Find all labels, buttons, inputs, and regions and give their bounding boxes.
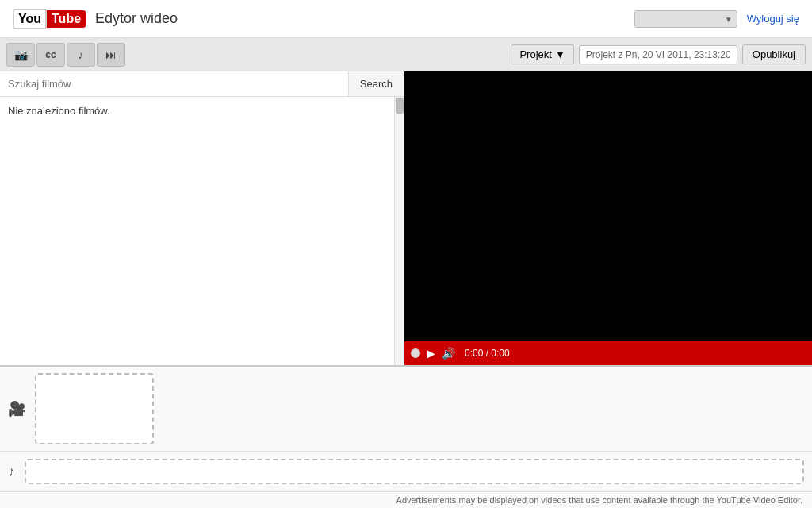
ad-notice: Advertisements may be displayed on video… [0, 491, 812, 508]
projekt-button[interactable]: Projekt ▼ [511, 44, 573, 64]
youtube-logo: YouTube [13, 9, 86, 29]
skip-icon: ⏭ [105, 48, 117, 61]
audio-track-icon: ♪ [8, 464, 15, 480]
main: Search Nie znaleziono filmów. ▶ 🔊 0:00 /… [0, 71, 812, 365]
search-button[interactable]: Search [348, 71, 404, 96]
video-camera-button[interactable]: 📷 [6, 43, 35, 67]
time-display: 0:00 / 0:00 [465, 348, 510, 359]
project-name-input[interactable] [579, 45, 737, 64]
timeline-tracks: 🎥 ♪ [0, 367, 812, 491]
music-icon: ♪ [79, 48, 84, 61]
cc-button[interactable]: cc [36, 43, 65, 67]
video-camera-icon: 📷 [14, 48, 28, 61]
logo-tube: Tube [47, 10, 86, 28]
left-panel: Search Nie znaleziono filmów. [0, 71, 404, 365]
toolbar: 📷 cc ♪ ⏭ Projekt ▼ Opublikuj [0, 38, 812, 71]
progress-thumb[interactable] [411, 348, 420, 358]
video-area [404, 71, 812, 341]
header-right: Wyloguj się [634, 10, 799, 28]
toolbar-right: Projekt ▼ Opublikuj [511, 44, 806, 64]
logo-you: You [13, 9, 47, 29]
publish-button[interactable]: Opublikuj [742, 44, 806, 64]
skip-button[interactable]: ⏭ [97, 43, 125, 67]
play-button[interactable]: ▶ [427, 347, 435, 360]
video-track: 🎥 [0, 367, 812, 452]
audio-track: ♪ [0, 452, 812, 491]
header-left: YouTube Edytor wideo [13, 9, 178, 29]
search-bar: Search [0, 71, 404, 97]
search-input[interactable] [0, 71, 348, 96]
chevron-down-icon: ▼ [555, 48, 565, 60]
video-player-panel: ▶ 🔊 0:00 / 0:00 [404, 71, 812, 365]
results-area: Nie znaleziono filmów. [0, 97, 404, 365]
cc-icon: cc [45, 49, 56, 60]
toolbar-left: 📷 cc ♪ ⏭ [6, 43, 125, 67]
header: YouTube Edytor wideo Wyloguj się [0, 0, 812, 38]
timeline-area: 🎥 ♪ Advertisements may be displayed on v… [0, 365, 812, 508]
audio-drop-zone[interactable] [25, 459, 804, 484]
scrollbar[interactable] [394, 97, 404, 365]
logout-link[interactable]: Wyloguj się [747, 13, 799, 25]
volume-button[interactable]: 🔊 [442, 347, 455, 360]
user-select-wrapper[interactable] [634, 10, 737, 28]
player-controls: ▶ 🔊 0:00 / 0:00 [404, 341, 812, 365]
no-results-text: Nie znaleziono filmów. [8, 105, 396, 117]
user-select[interactable] [634, 10, 737, 28]
video-track-icon: 🎥 [8, 400, 25, 418]
video-drop-zone[interactable] [35, 373, 154, 444]
projekt-label: Projekt [519, 48, 551, 60]
app-title: Edytor wideo [95, 10, 178, 27]
scroll-thumb[interactable] [396, 98, 404, 114]
music-button[interactable]: ♪ [67, 43, 95, 67]
